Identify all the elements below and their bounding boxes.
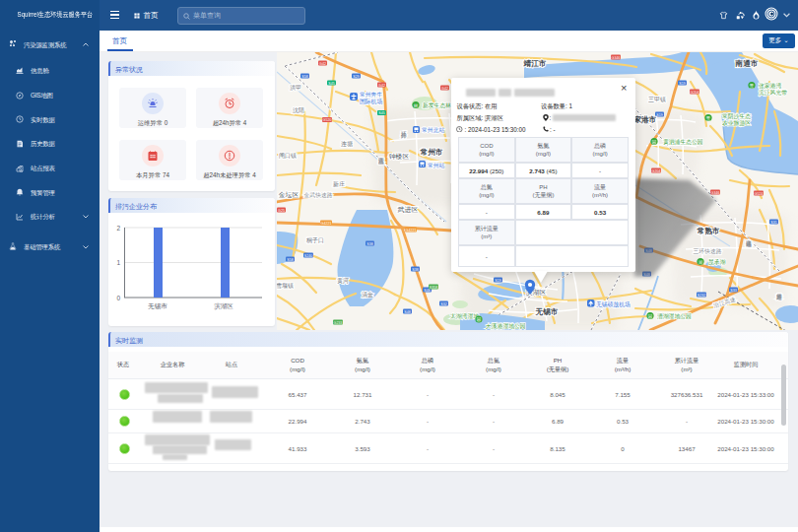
svg-text:太湖湾湿地: 太湖湾湿地 bbox=[450, 312, 479, 320]
svg-text:S358: S358 bbox=[430, 286, 437, 290]
svg-text:无锡市: 无锡市 bbox=[148, 302, 167, 310]
svg-text:S232: S232 bbox=[698, 294, 705, 298]
svg-text:新发生态林: 新发生态林 bbox=[423, 101, 451, 108]
svg-text:大溪港湿地公园: 大溪港湿地公园 bbox=[486, 322, 526, 330]
svg-text:S29: S29 bbox=[353, 75, 359, 79]
svg-text:南通市: 南通市 bbox=[735, 59, 759, 68]
svg-text:S33: S33 bbox=[730, 289, 736, 293]
svg-text:常州奔牛: 常州奔牛 bbox=[360, 92, 382, 98]
svg-text:G204: G204 bbox=[652, 169, 661, 173]
svg-text:常州站: 常州站 bbox=[428, 163, 445, 169]
svg-text:S32: S32 bbox=[440, 302, 446, 306]
svg-text:景: 景 bbox=[705, 116, 711, 121]
svg-text:G520: G520 bbox=[323, 118, 332, 122]
svg-text:G346: G346 bbox=[711, 191, 720, 195]
svg-text:林: 林 bbox=[413, 103, 419, 108]
svg-text:G42: G42 bbox=[319, 62, 326, 66]
svg-text:S19: S19 bbox=[679, 82, 685, 86]
svg-text:G4221: G4221 bbox=[406, 229, 417, 233]
svg-text:常州市: 常州市 bbox=[421, 148, 443, 157]
svg-text:S58: S58 bbox=[287, 258, 293, 262]
svg-text:黄河: 黄河 bbox=[337, 278, 349, 284]
svg-text:桐子口: 桐子口 bbox=[305, 236, 324, 244]
svg-text:雪堰镇: 雪堰镇 bbox=[277, 282, 294, 289]
svg-text:漕湖湿地公园: 漕湖湿地公园 bbox=[657, 312, 692, 320]
svg-text:S48: S48 bbox=[643, 273, 649, 277]
svg-text:昆承湖: 昆承湖 bbox=[708, 258, 726, 266]
svg-text:S48: S48 bbox=[404, 310, 410, 314]
svg-text:园: 园 bbox=[477, 317, 482, 322]
svg-text:S240: S240 bbox=[304, 254, 312, 258]
svg-text:滨湖区: 滨湖区 bbox=[214, 302, 233, 310]
svg-text:G204: G204 bbox=[691, 91, 699, 95]
svg-text:S38: S38 bbox=[366, 242, 372, 246]
svg-text:S19: S19 bbox=[495, 279, 500, 283]
svg-text:靖江市: 靖江市 bbox=[523, 59, 547, 68]
svg-text:黄泗浦生态公园: 黄泗浦生态公园 bbox=[663, 139, 703, 146]
svg-text:S48: S48 bbox=[645, 249, 651, 253]
svg-text:张家港湾: 张家港湾 bbox=[759, 83, 781, 90]
svg-text:G233: G233 bbox=[334, 321, 343, 325]
svg-text:S38: S38 bbox=[412, 268, 418, 272]
svg-text:无锡硕放机场: 无锡硕放机场 bbox=[596, 300, 631, 308]
svg-text:S58: S58 bbox=[301, 75, 307, 79]
svg-text:G25: G25 bbox=[278, 209, 285, 213]
svg-text:三环快速路: 三环快速路 bbox=[694, 248, 722, 255]
svg-text:三甲镇: 三甲镇 bbox=[648, 97, 666, 102]
svg-text:金坛区: 金坛区 bbox=[279, 191, 299, 198]
svg-text:G42: G42 bbox=[378, 84, 385, 88]
svg-text:S31: S31 bbox=[770, 221, 776, 225]
svg-text:常熟市: 常熟市 bbox=[698, 227, 720, 235]
svg-text:钟楼区: 钟楼区 bbox=[388, 153, 410, 160]
svg-text:1: 1 bbox=[116, 259, 120, 266]
svg-text:国际机场: 国际机场 bbox=[360, 98, 382, 105]
svg-text:园: 园 bbox=[648, 314, 653, 319]
svg-text:新庄: 新庄 bbox=[333, 180, 345, 187]
svg-text:闸口镇: 闸口镇 bbox=[279, 153, 297, 160]
svg-text:常阴沙生态: 常阴沙生态 bbox=[722, 113, 751, 120]
svg-text:S45: S45 bbox=[328, 82, 334, 86]
svg-text:清金: 清金 bbox=[362, 292, 373, 298]
svg-text:连塘: 连塘 bbox=[341, 140, 353, 148]
svg-text:G346: G346 bbox=[612, 56, 621, 60]
svg-text:常州北站: 常州北站 bbox=[422, 127, 444, 134]
svg-text:园: 园 bbox=[652, 140, 657, 145]
svg-text:武进区: 武进区 bbox=[397, 206, 419, 214]
svg-text:S19: S19 bbox=[656, 113, 662, 117]
svg-text:0: 0 bbox=[116, 295, 120, 301]
svg-text:沈陆: 沈陆 bbox=[293, 106, 304, 114]
svg-text:景: 景 bbox=[749, 84, 755, 89]
svg-text:洪甲: 洪甲 bbox=[290, 85, 301, 91]
svg-text:无锡市: 无锡市 bbox=[535, 307, 559, 316]
svg-text:金武快速路: 金武快速路 bbox=[304, 192, 333, 199]
svg-text:G42: G42 bbox=[441, 87, 448, 91]
svg-text:G524: G524 bbox=[755, 192, 764, 196]
svg-text:2: 2 bbox=[116, 225, 120, 232]
svg-text:G4221: G4221 bbox=[321, 222, 332, 226]
svg-text:湖: 湖 bbox=[698, 260, 703, 265]
svg-text:S45: S45 bbox=[378, 111, 384, 115]
svg-text:农业旅游区: 农业旅游区 bbox=[722, 119, 751, 127]
svg-text:滨江风光带: 滨江风光带 bbox=[759, 90, 787, 97]
